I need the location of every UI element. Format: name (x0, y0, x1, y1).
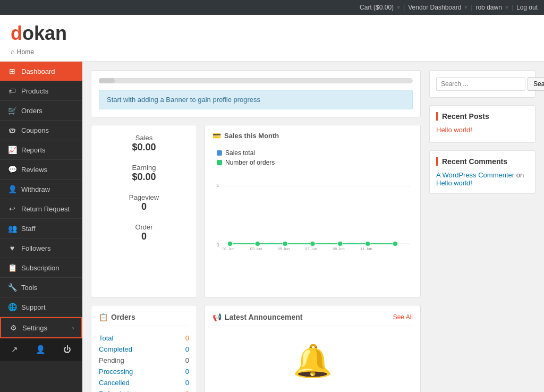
svg-point-6 (283, 241, 287, 246)
legend-sales-total: Sales total (217, 149, 409, 157)
announcement-icon: 📢 (212, 313, 222, 321)
lower-row: 📋 Orders Total 0 Completed 0 Pending 0 (91, 305, 421, 392)
sidebar-bottom: ↗ 👤 ⏻ (0, 338, 82, 361)
user-link[interactable]: rob dawn (475, 4, 502, 11)
chart-icon: 💳 (212, 132, 221, 140)
order-label: Order (102, 223, 186, 231)
order-row-refunded: Refunded 0 (99, 388, 189, 392)
svg-point-9 (365, 241, 370, 246)
sidebar-item-coupons[interactable]: 🎟 Coupons (0, 121, 82, 140)
sidebar-label-coupons: Coupons (21, 126, 49, 134)
sales-value: $0.00 (102, 142, 186, 153)
orders-icon-widget: 📋 (99, 313, 108, 321)
return-icon: ↩ (7, 204, 17, 213)
sidebar-item-tools[interactable]: 🔧 Tools (0, 278, 82, 297)
announcement-title: 📢 Latest Announcement (212, 313, 303, 321)
site-logo: dokan (11, 22, 533, 45)
svg-text:03 Jun: 03 Jun (250, 246, 262, 251)
sidebar-item-subscription[interactable]: 📋 Subscription (0, 258, 82, 278)
search-button[interactable]: Search (528, 77, 544, 91)
sidebar-item-support[interactable]: 🌐 Support (0, 297, 82, 317)
sidebar-item-followers[interactable]: ♥ Followers (0, 238, 82, 258)
progress-section: Start with adding a Banner to gain profi… (91, 70, 421, 117)
bell-icon: 🔔 (212, 331, 413, 390)
order-value-processing: 0 (185, 368, 189, 376)
order-label-cancelled[interactable]: Cancelled (99, 379, 130, 387)
staff-icon: 👥 (7, 224, 17, 233)
see-all-link[interactable]: See All (393, 313, 413, 321)
vendor-dashboard-link[interactable]: Vendor Dashboard (408, 4, 461, 11)
sidebar-item-withdraw[interactable]: 👤 Withdraw (0, 180, 82, 199)
legend-dot-sales (217, 150, 222, 156)
order-label-refunded[interactable]: Refunded (99, 390, 129, 392)
order-label-processing[interactable]: Processing (99, 368, 133, 376)
stat-earning: Earning $0.00 (102, 164, 186, 183)
svg-text:11 Jun: 11 Jun (360, 246, 372, 251)
order-value: 0 (102, 231, 186, 242)
comment-post-link[interactable]: Hello world! (436, 179, 472, 187)
sidebar-item-settings[interactable]: ⚙ Settings › (0, 317, 82, 338)
svg-point-4 (227, 241, 232, 246)
recent-posts-widget: Recent Posts Hello world! (429, 105, 536, 143)
power-icon[interactable]: ⏻ (59, 343, 75, 356)
orders-title-text: Orders (111, 313, 135, 321)
sales-label: Sales (102, 134, 186, 142)
svg-text:01 Jun: 01 Jun (223, 246, 235, 251)
reports-icon: 📈 (7, 146, 17, 154)
breadcrumb-home[interactable]: Home (17, 48, 34, 56)
recent-posts-title: Recent Posts (436, 112, 529, 121)
order-label-total[interactable]: Total (99, 334, 113, 342)
sidebar-item-reports[interactable]: 📈 Reports (0, 140, 82, 160)
site-header: dokan ⌂ Home (0, 15, 544, 62)
sidebar-label-reports: Reports (21, 146, 46, 154)
orders-widget: 📋 Orders Total 0 Completed 0 Pending 0 (91, 305, 197, 392)
svg-point-8 (338, 241, 343, 246)
sidebar-item-staff[interactable]: 👥 Staff (0, 219, 82, 238)
order-row-completed: Completed 0 (99, 344, 189, 355)
chart-legend: Sales total Number of orders (212, 145, 413, 171)
stat-sales: Sales $0.00 (102, 134, 186, 153)
progress-bar-outer (99, 78, 413, 83)
svg-text:05 Jun: 05 Jun (278, 246, 290, 251)
sidebar-item-return-request[interactable]: ↩ Return Request (0, 199, 82, 219)
order-value-pending: 0 (185, 356, 189, 364)
sidebar-label-subscription: Subscription (21, 264, 60, 272)
commenter-link[interactable]: A WordPress Commenter (436, 171, 514, 179)
support-icon: 🌐 (7, 303, 17, 311)
stat-order: Order 0 (102, 223, 186, 242)
legend-label-orders: Number of orders (225, 159, 275, 166)
announcement-header: 📢 Latest Announcement See All (212, 313, 413, 326)
recent-post-hello-world[interactable]: Hello world! (436, 126, 529, 134)
sidebar-item-orders[interactable]: 🛒 Orders (0, 101, 82, 121)
svg-text:0: 0 (217, 242, 219, 248)
sidebar-item-products[interactable]: 🏷 Products (0, 81, 82, 101)
legend-label-sales: Sales total (225, 149, 255, 157)
sidebar-label-orders: Orders (21, 107, 42, 115)
order-label-completed[interactable]: Completed (99, 345, 132, 353)
svg-text:09 Jun: 09 Jun (333, 246, 345, 251)
user-icon[interactable]: 👤 (31, 343, 50, 356)
cart-link[interactable]: Cart ($0.00) (360, 4, 394, 11)
progress-banner-text: Start with adding a Banner to gain profi… (107, 96, 260, 104)
sidebar-label-return: Return Request (21, 205, 70, 213)
chart-svg: 1 0 (212, 174, 413, 259)
search-input[interactable] (436, 77, 525, 91)
external-link-icon[interactable]: ↗ (7, 343, 22, 356)
search-widget: Search (429, 70, 536, 98)
recent-comments-widget: Recent Comments A WordPress Commenter on… (429, 150, 536, 194)
logo-d: d (11, 22, 22, 44)
sidebar-label-tools: Tools (21, 284, 37, 292)
sidebar-item-dashboard[interactable]: ⊞ Dashboard (0, 62, 82, 81)
right-sidebar: Search Recent Posts Hello world! Recent … (429, 70, 536, 392)
sidebar-label-staff: Staff (21, 225, 36, 233)
chart-title: 💳 Sales this Month (212, 132, 413, 140)
order-value-refunded: 0 (185, 390, 189, 392)
sidebar-item-reviews[interactable]: 💬 Reviews (0, 160, 82, 180)
sidebar-label-followers: Followers (21, 244, 51, 252)
logout-link[interactable]: Log out (516, 4, 538, 11)
progress-banner: Start with adding a Banner to gain profi… (99, 90, 413, 109)
pageview-label: Pageview (102, 193, 186, 201)
settings-arrow-icon: › (72, 325, 74, 331)
recent-comments-title: Recent Comments (436, 157, 529, 166)
sidebar-label-support: Support (21, 303, 46, 311)
